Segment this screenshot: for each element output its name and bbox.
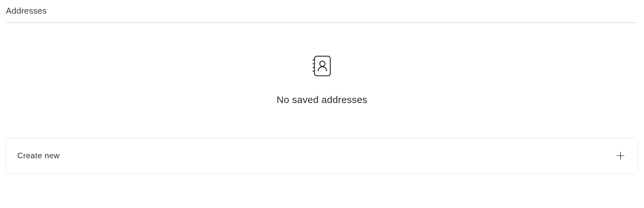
plus-icon [616, 151, 625, 160]
create-new-button[interactable]: Create new [6, 138, 638, 174]
section-title: Addresses [6, 6, 638, 23]
empty-state: No saved addresses [6, 23, 638, 136]
create-new-label: Create new [17, 151, 60, 160]
address-book-icon [310, 54, 334, 78]
empty-state-message: No saved addresses [277, 94, 368, 105]
svg-point-5 [320, 61, 325, 66]
